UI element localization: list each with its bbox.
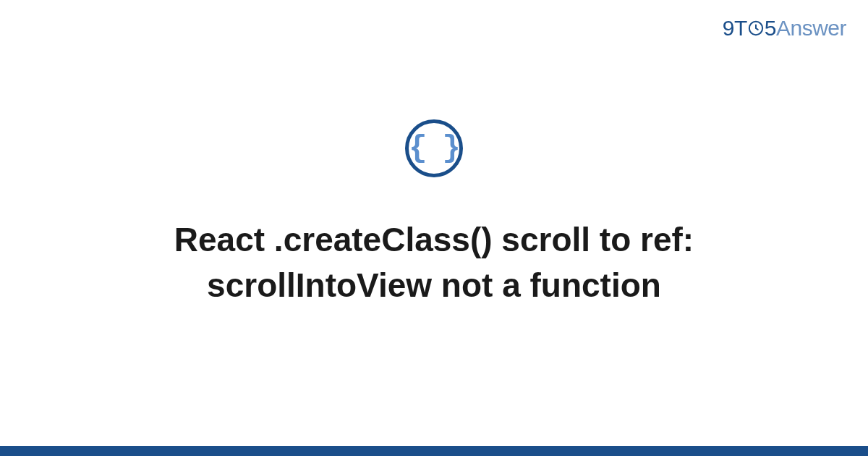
topic-icon-circle: { } <box>405 119 463 177</box>
bottom-accent-bar <box>0 446 868 456</box>
main-content: { } React .createClass() scroll to ref: … <box>0 0 868 456</box>
question-title: React .createClass() scroll to ref: scro… <box>72 217 796 307</box>
code-braces-icon: { } <box>409 133 459 164</box>
